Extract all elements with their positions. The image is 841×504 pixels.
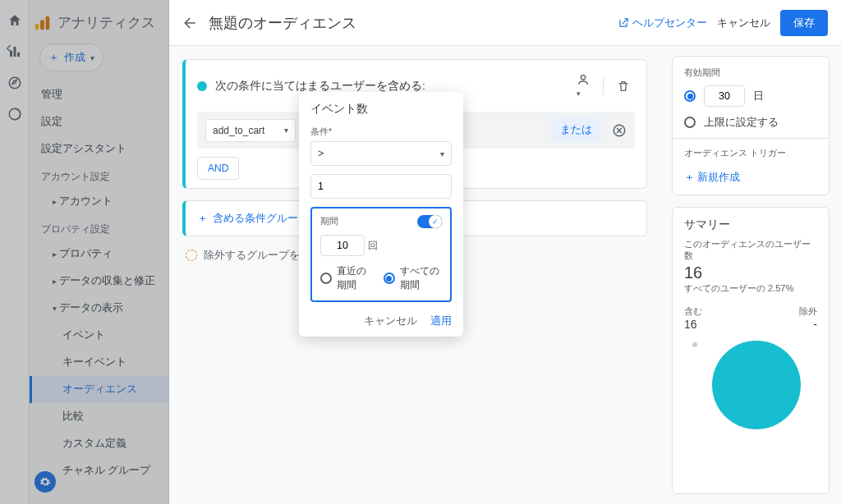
brand: アナリティクス (30, 5, 168, 44)
period-header: 期間 ✓ (320, 215, 442, 228)
or-chip[interactable]: または (552, 118, 600, 142)
nav-key-events[interactable]: キーイベント (30, 349, 168, 376)
explore-icon[interactable] (7, 76, 22, 90)
trigger-label: オーディエンス トリガー (684, 147, 817, 159)
nav-custom-def[interactable]: カスタム定義 (30, 430, 168, 457)
create-button[interactable]: ＋ 作成 ▾ (39, 44, 103, 71)
gear-icon[interactable] (34, 471, 56, 493)
nav-audiences[interactable]: オーディエンス (30, 376, 168, 403)
nav-section-property: プロパティ設定 (30, 215, 168, 241)
radio-all-label: すべての期間 (400, 264, 442, 292)
create-label: 作成 (64, 50, 85, 65)
caret-right-icon: ▸ (53, 250, 57, 259)
sidebar: アナリティクス ＋ 作成 ▾ 管理 設定 設定アシスタント アカウント設定 ▸ … (30, 0, 169, 504)
plus-icon: ＋ (48, 50, 59, 65)
summary-pct: すべてのユーザーの 2.57% (684, 282, 817, 295)
condition-header-text: 次の条件に当てはまるユーザーを含める: (215, 79, 563, 94)
toggle-knob-check-icon: ✓ (429, 215, 442, 228)
event-count-popover: イベント数 条件* > ▾ 期間 ✓ 回 (299, 92, 463, 337)
radio-recent-label: 直近の期間 (337, 264, 372, 292)
period-label: 期間 (320, 216, 338, 227)
chevron-down-icon: ▾ (284, 126, 288, 135)
svg-rect-7 (46, 16, 50, 30)
content: 次の条件に当てはまるユーザーを含める: ▾ add_to_cart ▾ または (169, 46, 841, 504)
popover-cancel-button[interactable]: キャンセル (364, 314, 417, 328)
pie-chart (712, 341, 801, 429)
summary-users-value: 16 (684, 263, 817, 282)
save-button[interactable]: 保存 (780, 10, 828, 36)
main: 無題のオーディエンス ヘルプセンター キャンセル 保存 次の条件に当てはまるユー… (169, 0, 841, 504)
nav-setup-assistant[interactable]: 設定アシスタント (30, 135, 168, 163)
operator-select[interactable]: > ▾ (310, 141, 452, 166)
period-value-row: 回 (320, 235, 442, 256)
cancel-link[interactable]: キャンセル (717, 16, 770, 30)
chart-dot-icon (692, 342, 697, 347)
svg-rect-6 (40, 20, 44, 30)
and-button[interactable]: AND (197, 157, 239, 180)
popover-title: イベント数 (310, 102, 452, 117)
nav-events[interactable]: イベント (30, 322, 168, 349)
chevron-down-icon: ▾ (90, 53, 94, 62)
duration-days-radio[interactable] (684, 90, 696, 102)
builder-column: 次の条件に当てはまるユーザーを含める: ▾ add_to_cart ▾ または (169, 46, 660, 504)
summary-card: サマリー このオーディエンスのユーザー数 16 すべてのユーザーの 2.57% … (672, 207, 830, 494)
period-radio-row: 直近の期間 すべての期間 (320, 264, 442, 292)
summary-chart (684, 336, 817, 434)
period-value-input[interactable] (320, 235, 365, 256)
brand-text: アナリティクス (57, 13, 155, 32)
nav-data-collection[interactable]: ▸ データの収集と修正 (30, 268, 168, 295)
period-toggle[interactable]: ✓ (417, 215, 442, 228)
nav-property[interactable]: ▸ プロパティ (30, 241, 168, 268)
dashed-circle-icon (186, 250, 197, 261)
nav-section-account: アカウント設定 (30, 163, 168, 188)
divider (603, 78, 604, 94)
exclude-label: 除外するグループを追 (204, 248, 310, 263)
exclude-value: - (799, 318, 817, 331)
duration-unit: 日 (753, 89, 764, 103)
duration-max-label: 上限に設定する (704, 115, 779, 130)
include-bullet-icon (197, 81, 207, 91)
trigger-new-link[interactable]: ＋ 新規作成 (684, 171, 740, 185)
home-icon[interactable] (7, 13, 22, 28)
left-rail (0, 0, 30, 504)
page-title: 無題のオーディエンス (209, 13, 608, 33)
nav-account[interactable]: ▸ アカウント (30, 188, 168, 215)
operator-value: > (318, 148, 324, 159)
svg-point-8 (581, 76, 585, 80)
nav-data-display[interactable]: ▾ データの表示 (30, 295, 168, 322)
help-link[interactable]: ヘルプセンター (618, 16, 707, 30)
back-arrow-icon[interactable] (182, 15, 199, 31)
duration-max-radio[interactable] (684, 117, 696, 128)
svg-rect-5 (35, 23, 39, 29)
exclude-label: 除外 (799, 306, 817, 318)
event-chip[interactable]: add_to_cart ▾ (205, 119, 296, 142)
threshold-input[interactable] (310, 174, 452, 199)
back-chevron-icon[interactable] (3, 43, 15, 54)
chevron-down-icon: ▾ (440, 149, 444, 158)
analytics-logo-icon (33, 14, 51, 32)
caret-down-icon: ▾ (53, 304, 57, 313)
period-unit: 回 (368, 239, 378, 253)
svg-rect-2 (17, 53, 20, 57)
nav-admin[interactable]: 管理 (30, 81, 168, 108)
nav-settings[interactable]: 設定 (30, 108, 168, 135)
duration-days-input[interactable] (704, 85, 745, 107)
caret-right-icon: ▸ (53, 277, 57, 286)
side-panel: 有効期間 日 上限に設定する オーディエンス トリガー ＋ 新規作成 サマリー … (660, 46, 841, 504)
help-label: ヘルプセンター (632, 16, 707, 30)
ads-icon[interactable] (7, 107, 22, 121)
delete-icon[interactable] (612, 76, 635, 96)
summary-title: サマリー (684, 218, 817, 232)
plus-icon: ＋ (197, 211, 208, 226)
popover-apply-button[interactable]: 適用 (430, 314, 452, 328)
duration-max-row: 上限に設定する (684, 115, 817, 130)
period-box: 期間 ✓ 回 直近の期間 すべての期間 (310, 207, 452, 302)
radio-all[interactable] (384, 273, 395, 284)
radio-recent[interactable] (320, 273, 332, 284)
nav-compare[interactable]: 比較 (30, 403, 168, 430)
scope-user-icon[interactable]: ▾ (572, 70, 595, 102)
topbar: 無題のオーディエンス ヘルプセンター キャンセル 保存 (169, 0, 841, 46)
remove-row-icon[interactable] (612, 123, 627, 138)
popover-actions: キャンセル 適用 (310, 314, 452, 328)
summary-columns: 含む 16 除外 - (684, 306, 817, 331)
